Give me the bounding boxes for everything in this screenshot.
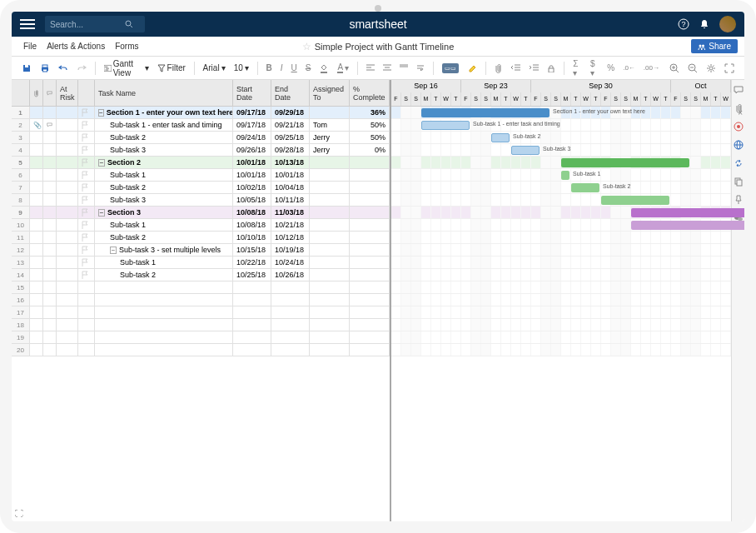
user-avatar[interactable] xyxy=(719,16,736,32)
flag-icon[interactable] xyxy=(82,271,88,279)
flag-icon[interactable] xyxy=(82,158,88,167)
table-row[interactable]: 20 xyxy=(12,344,390,356)
outdent-icon[interactable] xyxy=(507,62,524,74)
flag-icon[interactable] xyxy=(82,208,88,217)
rail-update-icon[interactable] xyxy=(734,158,744,168)
view-selector[interactable]: Gantt View ▾ xyxy=(101,57,152,79)
gantt-bar[interactable] xyxy=(561,158,689,167)
col-assigned[interactable]: Assigned To xyxy=(310,80,350,106)
hamburger-menu-icon[interactable] xyxy=(20,19,35,29)
rail-proof-icon[interactable] xyxy=(734,122,744,132)
currency-icon[interactable]: $ ▾ xyxy=(587,57,602,79)
print-icon[interactable] xyxy=(37,62,53,75)
settings-icon[interactable] xyxy=(703,62,719,75)
bell-icon[interactable] xyxy=(699,19,709,29)
rail-comment-icon[interactable] xyxy=(734,85,744,95)
col-start[interactable]: Start Date xyxy=(233,80,271,106)
table-row[interactable]: 7Sub-task 210/02/1810/04/18 xyxy=(12,182,390,194)
star-icon[interactable]: ☆ xyxy=(302,41,311,52)
wrap-icon[interactable] xyxy=(413,62,428,74)
table-row[interactable]: 8Sub-task 310/05/1810/11/18 xyxy=(12,194,390,207)
percent-icon[interactable]: % xyxy=(604,62,618,74)
flag-icon[interactable] xyxy=(82,221,88,229)
gantt-bar[interactable] xyxy=(571,183,599,192)
menu-file[interactable]: File xyxy=(18,42,42,51)
help-icon[interactable]: ? xyxy=(678,18,689,30)
flag-icon[interactable] xyxy=(82,258,88,266)
gantt-bar[interactable] xyxy=(601,196,669,205)
table-row[interactable]: 19 xyxy=(12,331,390,344)
bold-icon[interactable]: B xyxy=(263,62,276,74)
sum-icon[interactable]: Σ ▾ xyxy=(569,57,585,79)
collapse-icon[interactable]: − xyxy=(98,209,105,217)
table-row[interactable]: 3Sub-task 209/24/1809/25/18Jerry50% xyxy=(12,132,390,144)
table-row[interactable]: 16 xyxy=(12,294,390,306)
comment-icon[interactable] xyxy=(47,122,52,128)
share-button[interactable]: Share xyxy=(691,39,738,53)
flag-icon[interactable] xyxy=(82,171,88,179)
attach-icon[interactable] xyxy=(490,62,505,75)
expand-icon[interactable] xyxy=(721,62,738,75)
flag-icon[interactable] xyxy=(82,196,88,204)
gantt-bar[interactable] xyxy=(631,208,744,217)
menu-alerts[interactable]: Alerts & Actions xyxy=(42,42,110,51)
menu-forms[interactable]: Forms xyxy=(110,42,143,51)
strike-icon[interactable]: S xyxy=(302,62,315,74)
collapse-icon[interactable]: − xyxy=(98,159,105,167)
table-row[interactable]: 14Sub-task 210/25/1810/26/18 xyxy=(12,269,390,281)
collapse-icon[interactable]: − xyxy=(98,109,104,117)
decimal-dec-icon[interactable]: .0← xyxy=(619,62,639,73)
gantt-bar[interactable] xyxy=(491,133,510,142)
fullscreen-icon[interactable]: ⛶ xyxy=(15,509,23,518)
zoom-out-icon[interactable] xyxy=(684,62,701,75)
gantt-bar[interactable] xyxy=(561,171,569,180)
gantt-bar[interactable] xyxy=(631,221,744,230)
table-row[interactable]: 18 xyxy=(12,319,390,331)
table-row[interactable]: 11Sub-task 210/10/1810/12/18 xyxy=(12,232,390,244)
table-row[interactable]: 6Sub-task 110/01/1810/01/18 xyxy=(12,169,390,182)
align-left-icon[interactable] xyxy=(363,62,378,74)
table-row[interactable]: 1−Section 1 - enter your own text here09… xyxy=(12,107,390,119)
gantt-bar[interactable] xyxy=(421,121,470,130)
font-selector[interactable]: Arial ▾ xyxy=(200,62,229,74)
underline-icon[interactable]: U xyxy=(288,62,301,74)
table-row[interactable]: 13Sub-task 110/22/1810/24/18 xyxy=(12,257,390,269)
table-row[interactable]: 5−Section 210/01/1810/13/18 xyxy=(12,157,390,169)
text-color-icon[interactable]: A ▾ xyxy=(334,61,352,75)
rail-pin-icon[interactable] xyxy=(734,195,744,205)
indent-icon[interactable] xyxy=(525,62,542,74)
filter-button[interactable]: Filter xyxy=(154,62,189,74)
search-box[interactable] xyxy=(45,16,145,32)
table-row[interactable]: 4Sub-task 309/26/1809/28/18Jerry0% xyxy=(12,144,390,157)
fill-color-icon[interactable] xyxy=(316,62,332,75)
gantt-bar[interactable] xyxy=(421,108,550,117)
gantt-bar[interactable] xyxy=(511,146,540,155)
rail-copy-icon[interactable] xyxy=(734,177,744,187)
save-icon[interactable] xyxy=(18,62,35,75)
flag-icon[interactable] xyxy=(82,121,88,129)
flag-icon[interactable] xyxy=(82,133,88,142)
table-row[interactable]: 12−Sub-task 3 - set multiple levels10/15… xyxy=(12,244,390,257)
align-center-icon[interactable] xyxy=(380,62,395,74)
flag-icon[interactable] xyxy=(82,146,88,154)
attach-icon[interactable]: 📎 xyxy=(33,122,42,129)
date-format-icon[interactable]: ▭▭ xyxy=(439,62,462,75)
flag-icon[interactable] xyxy=(82,233,88,242)
table-row[interactable]: 10Sub-task 110/08/1810/21/18 xyxy=(12,219,390,232)
search-input[interactable] xyxy=(50,20,125,29)
comment-col-icon[interactable] xyxy=(43,80,57,106)
col-pct[interactable]: % Complete xyxy=(350,80,390,106)
attach-col-icon[interactable] xyxy=(30,80,43,106)
decimal-inc-icon[interactable]: .00→ xyxy=(640,62,663,73)
search-icon[interactable] xyxy=(125,20,133,28)
highlight-icon[interactable] xyxy=(464,62,480,75)
col-risk[interactable]: At Risk xyxy=(57,80,78,106)
zoom-in-icon[interactable] xyxy=(666,62,683,75)
rail-globe-icon[interactable] xyxy=(734,140,744,150)
close-icon[interactable]: × xyxy=(738,108,743,117)
italic-icon[interactable]: I xyxy=(277,62,286,74)
flag-icon[interactable] xyxy=(82,183,88,192)
table-row[interactable]: 2📎Sub-task 1 - enter task and timing09/1… xyxy=(12,119,390,132)
collapse-icon[interactable]: − xyxy=(110,247,117,254)
table-row[interactable]: 17 xyxy=(12,306,390,319)
